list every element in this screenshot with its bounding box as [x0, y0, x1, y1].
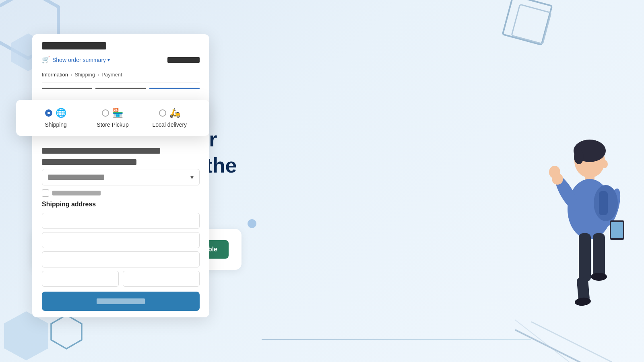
tab-delivery-top: 🛵 — [159, 108, 180, 118]
breadcrumb: Information › Shipping › Payment — [42, 68, 200, 83]
svg-rect-22 — [599, 191, 608, 215]
progress-seg-3 — [149, 88, 200, 89]
checkbox-row — [42, 189, 200, 197]
checkbox-input[interactable] — [42, 189, 49, 197]
order-summary-row: 🛒 Show order summary ▾ — [42, 56, 200, 64]
chevron-down-icon: ▾ — [107, 57, 110, 63]
deco-geo-topright — [483, 0, 564, 76]
cart-icon: 🛒 — [42, 56, 50, 64]
breadcrumb-information[interactable]: Information — [42, 72, 68, 78]
addr-field-2[interactable] — [42, 232, 200, 248]
radio-delivery[interactable] — [159, 109, 166, 117]
field-block-2 — [42, 159, 200, 167]
dropdown-country[interactable]: ▾ — [42, 169, 200, 185]
breadcrumb-shipping[interactable]: Shipping — [74, 72, 95, 78]
store-logo-bar — [42, 42, 106, 49]
addr-field-1[interactable] — [42, 213, 200, 229]
svg-rect-24 — [593, 233, 605, 278]
tab-store-pickup[interactable]: 🏪 Store Pickup — [84, 108, 141, 128]
dropdown-chevron-icon: ▾ — [190, 173, 194, 181]
dropdown-label — [48, 175, 104, 180]
order-summary-link[interactable]: Show order summary — [52, 57, 106, 63]
progress-seg-1 — [42, 88, 92, 89]
addr-field-4[interactable] — [42, 271, 119, 287]
field-label-2 — [42, 159, 136, 165]
deco-bottom-line — [262, 339, 531, 340]
progress-seg-2 — [95, 88, 146, 89]
shipping-globe-icon: 🌐 — [56, 108, 66, 118]
tab-shipping-label: Shipping — [45, 121, 67, 128]
store-pickup-icon: 🏪 — [112, 108, 123, 118]
field-row-2 — [42, 159, 200, 167]
addr-field-3[interactable] — [42, 251, 200, 267]
svg-point-27 — [591, 273, 607, 281]
checkout-card: 🛒 Show order summary ▾ Information › Shi… — [32, 34, 209, 317]
checkbox-label — [52, 191, 101, 195]
order-total-bar — [167, 57, 200, 63]
radio-shipping[interactable] — [45, 109, 52, 117]
svg-rect-20 — [611, 222, 623, 238]
svg-point-12 — [574, 150, 584, 164]
breadcrumb-sep-2: › — [97, 72, 99, 78]
tab-delivery-label: Local delivery — [153, 121, 187, 128]
tab-local-delivery[interactable]: 🛵 Local delivery — [141, 108, 198, 128]
tab-shipping[interactable]: 🌐 Shipping — [27, 108, 84, 128]
radio-pickup[interactable] — [102, 109, 109, 117]
submit-button[interactable] — [42, 292, 200, 311]
field-label-1 — [42, 148, 160, 154]
tab-pickup-top: 🏪 — [102, 108, 123, 118]
breadcrumb-sep-1: › — [70, 72, 72, 78]
svg-point-28 — [602, 160, 608, 168]
addr-field-row — [42, 271, 200, 287]
svg-rect-23 — [579, 233, 591, 282]
svg-rect-6 — [512, 4, 551, 44]
progress-bar — [32, 83, 209, 89]
shipping-tabs-card: 🌐 Shipping 🏪 Store Pickup 🛵 Local delive… — [16, 100, 209, 136]
person-illustration — [519, 129, 632, 354]
shipping-address-title: Shipping address — [42, 201, 200, 208]
field-block-1 — [42, 148, 200, 155]
svg-rect-5 — [503, 0, 552, 45]
checkout-header: 🛒 Show order summary ▾ Information › Shi… — [32, 34, 209, 83]
submit-button-label — [97, 298, 145, 304]
breadcrumb-payment[interactable]: Payment — [101, 72, 122, 78]
field-row-name — [42, 148, 200, 155]
tab-shipping-top: 🌐 — [45, 108, 66, 118]
svg-point-17 — [549, 166, 560, 179]
local-delivery-icon: 🛵 — [169, 108, 180, 118]
addr-field-5[interactable] — [123, 271, 200, 287]
tab-pickup-label: Store Pickup — [97, 121, 128, 128]
